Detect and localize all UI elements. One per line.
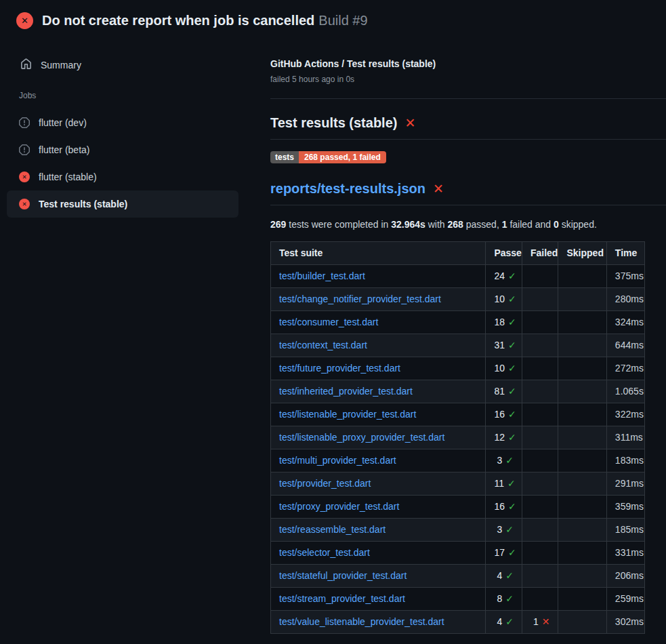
skipped-cell [558, 542, 606, 565]
test-suite-link[interactable]: test/proxy_provider_test.dart [279, 501, 399, 512]
sidebar-job-item[interactable]: ✕ flutter (beta) [7, 136, 238, 163]
test-suite-cell: test/listenable_provider_test.dart [271, 403, 486, 426]
time-cell: 322ms [606, 403, 644, 426]
test-suite-link[interactable]: test/stream_provider_test.dart [279, 593, 405, 604]
failed-cell: ✕ [522, 311, 558, 334]
report-file-link[interactable]: reports/test-results.json [270, 180, 425, 197]
home-icon [20, 58, 32, 72]
sidebar-item-summary[interactable]: Summary [0, 57, 257, 73]
passed-cell: 4✓ [486, 565, 522, 588]
test-suite-cell: test/stateful_provider_test.dart [271, 565, 486, 588]
summary-line: 269 tests were completed in 32.964s with… [270, 218, 666, 230]
table-row: test/stream_provider_test.dart 8✓ ✕ 259m… [271, 588, 645, 611]
test-suite-link[interactable]: test/context_test.dart [279, 340, 367, 350]
header-divider [270, 98, 666, 99]
table-row: test/context_test.dart 31✓ ✕ 644ms [271, 334, 645, 357]
breadcrumb: GitHub Actions / Test results (stable) [270, 58, 666, 70]
test-suite-link[interactable]: test/provider_test.dart [279, 478, 371, 489]
sidebar-job-item[interactable]: ✕ Test results (stable) [7, 190, 238, 218]
time-cell: 280ms [606, 288, 644, 311]
column-header-test-suite: Test suite [271, 242, 486, 265]
failed-cell: 1✕ [522, 611, 558, 634]
table-row: test/proxy_provider_test.dart 16✓ ✕ 359m… [271, 496, 645, 519]
table-row: test/selector_test.dart 17✓ ✕ 331ms [271, 542, 645, 565]
job-label: flutter (dev) [39, 117, 87, 128]
test-suite-link[interactable]: test/inherited_provider_test.dart [279, 386, 413, 397]
test-suite-link[interactable]: test/consumer_test.dart [279, 317, 378, 327]
test-suite-cell: test/selector_test.dart [271, 542, 486, 565]
skipped-cell [558, 357, 606, 380]
time-cell: 302ms [606, 611, 644, 634]
column-header-time: Time [606, 242, 644, 265]
test-suite-link[interactable]: test/listenable_proxy_provider_test.dart [279, 432, 444, 443]
test-suite-link[interactable]: test/change_notifier_provider_test.dart [279, 294, 441, 304]
test-suite-cell: test/builder_test.dart [271, 265, 486, 288]
test-suite-link[interactable]: test/value_listenable_provider_test.dart [279, 616, 444, 627]
skipped-cell [558, 380, 606, 403]
table-row: test/future_provider_test.dart 10✓ ✕ 272… [271, 357, 645, 380]
check-icon: ✓ [505, 455, 514, 466]
time-cell: 324ms [606, 311, 644, 334]
skipped-cell [558, 311, 606, 334]
table-row: test/multi_provider_test.dart 3✓ ✕ 183ms [271, 449, 645, 472]
test-suite-cell: test/value_listenable_provider_test.dart [271, 611, 486, 634]
skipped-cell [558, 334, 606, 357]
job-cancelled-icon [19, 144, 30, 155]
time-cell: 311ms [606, 426, 644, 449]
test-suite-link[interactable]: test/listenable_provider_test.dart [279, 409, 416, 420]
passed-cell: 11✓ [486, 472, 522, 496]
x-icon: ✕ [542, 616, 550, 627]
failed-cell: ✕ [522, 357, 558, 380]
check-icon: ✓ [507, 478, 516, 489]
test-suite-link[interactable]: test/selector_test.dart [279, 547, 370, 558]
failed-cell: ✕ [522, 288, 558, 311]
passed-cell: 24✓ [486, 265, 522, 288]
test-suite-link[interactable]: test/stateful_provider_test.dart [279, 570, 407, 581]
test-suite-cell: test/reassemble_test.dart [271, 519, 486, 542]
test-suite-link[interactable]: test/builder_test.dart [279, 270, 365, 281]
failed-cell: ✕ [522, 519, 558, 542]
skipped-cell [558, 449, 606, 472]
check-icon: ✓ [508, 409, 516, 420]
job-label: flutter (stable) [39, 172, 97, 182]
column-header-skipped: Skipped [558, 242, 606, 265]
test-suite-cell: test/proxy_provider_test.dart [271, 496, 486, 519]
time-cell: 272ms [606, 357, 644, 380]
job-failed-icon: ✕ [19, 172, 30, 182]
check-icon: ✓ [508, 270, 516, 281]
job-failed-icon: ✕ [19, 199, 30, 209]
status-line: failed 5 hours ago in 0s [270, 75, 666, 84]
time-cell: 331ms [606, 542, 644, 565]
sidebar-job-item[interactable]: ✕ flutter (stable) [7, 163, 238, 190]
failed-cell: ✕ [522, 588, 558, 611]
test-suite-cell: test/inherited_provider_test.dart [271, 380, 486, 403]
test-suite-cell: test/stream_provider_test.dart [271, 588, 486, 611]
failed-cell: ✕ [522, 334, 558, 357]
run-title-bar: ✕ Do not create report when job is cance… [0, 0, 666, 38]
failed-cell: ✕ [522, 403, 558, 426]
check-icon: ✓ [508, 501, 516, 512]
report-title: reports/test-results.json ✕ [270, 180, 666, 205]
sidebar-job-item[interactable]: ✕ flutter (dev) [7, 109, 238, 136]
time-cell: 644ms [606, 334, 644, 357]
skipped-cell [558, 611, 606, 634]
check-run-panel: GitHub Actions / Test results (stable) f… [257, 38, 666, 634]
failed-cell: ✕ [522, 265, 558, 288]
sidebar: Summary Jobs ✕ flutter (dev) ✕ flutter [0, 38, 257, 218]
test-suite-link[interactable]: test/future_provider_test.dart [279, 363, 400, 374]
passed-cell: 4✓ [486, 611, 522, 634]
skipped-cell [558, 565, 606, 588]
check-icon: ✓ [508, 317, 516, 327]
time-cell: 259ms [606, 588, 644, 611]
test-suite-link[interactable]: test/multi_provider_test.dart [279, 455, 396, 466]
failed-x-circle-icon: ✕ [16, 12, 33, 29]
skipped-cell [558, 288, 606, 311]
failed-cell: ✕ [522, 472, 558, 496]
test-suite-link[interactable]: test/reassemble_test.dart [279, 524, 386, 535]
badge-value: 268 passed, 1 failed [299, 151, 386, 163]
passed-cell: 10✓ [486, 288, 522, 311]
job-cancelled-icon [19, 117, 30, 128]
table-row: test/value_listenable_provider_test.dart… [271, 611, 645, 634]
check-icon: ✓ [508, 386, 516, 397]
time-cell: 183ms [606, 449, 644, 472]
